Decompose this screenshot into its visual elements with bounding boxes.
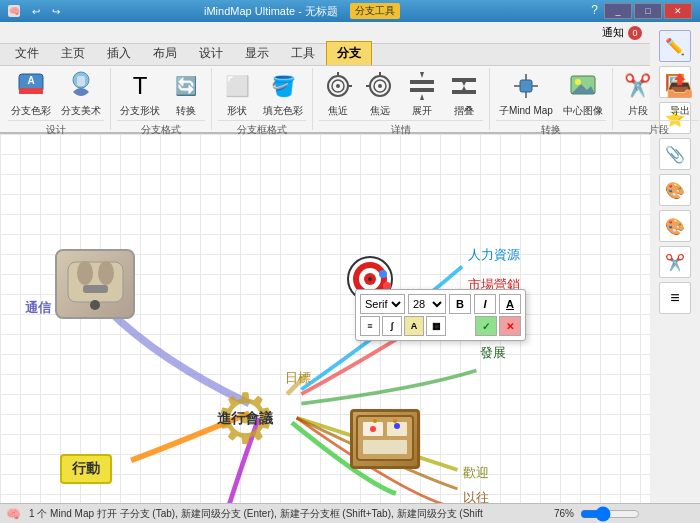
color-pick-btn[interactable]: ▦ (426, 316, 446, 336)
main-canvas-area[interactable]: ⚙ 進行會議 行動 通信 日標 人力資源 市場營銷 發展 (0, 134, 650, 503)
center-image-btn[interactable]: 中心图像 (560, 68, 606, 120)
tab-file[interactable]: 文件 (4, 41, 50, 65)
italic-btn[interactable]: I (474, 294, 496, 314)
undo-btn[interactable]: ↩ (32, 6, 40, 17)
cancel-small-btn[interactable]: ✕ (499, 316, 521, 336)
focus-in-btn[interactable]: 焦近 (319, 68, 357, 120)
tab-branch[interactable]: 分支 (326, 41, 372, 65)
tab-design[interactable]: 设计 (188, 41, 234, 65)
action-node[interactable]: 行動 (60, 454, 112, 484)
center-image-label: 中心图像 (563, 104, 603, 118)
svg-point-12 (378, 84, 382, 88)
bold-btn[interactable]: B (449, 294, 471, 314)
svg-rect-47 (363, 440, 407, 454)
restore-btn[interactable]: □ (634, 3, 662, 19)
svg-point-32 (77, 261, 93, 285)
svg-rect-20 (452, 90, 476, 94)
branch-format-items: T 分支形状 🔄 转换 (117, 68, 205, 120)
right-cut-btn[interactable]: ✂️ (659, 246, 691, 278)
branch-art-label: 分支美术 (61, 104, 101, 118)
expand-label: 展开 (412, 104, 432, 118)
branch-color-btn[interactable]: A 分支色彩 (8, 68, 54, 120)
help-btn[interactable]: ? (587, 3, 602, 19)
fill-btn[interactable]: A (404, 316, 424, 336)
export-btn[interactable]: 📤 导出 (661, 68, 699, 120)
branch-通信[interactable]: 通信 (25, 299, 51, 317)
svg-rect-23 (520, 80, 532, 92)
svg-rect-34 (83, 285, 108, 293)
svg-rect-4 (77, 76, 85, 86)
branch-發展[interactable]: 發展 (480, 344, 506, 362)
right-lines-btn[interactable]: ≡ (659, 282, 691, 314)
tab-insert[interactable]: 插入 (96, 41, 142, 65)
right-color-b-btn[interactable]: 🎨 (659, 210, 691, 242)
curve-btn[interactable]: ∫ (382, 316, 402, 336)
svg-rect-31 (68, 262, 123, 302)
redo-btn[interactable]: ↪ (52, 6, 60, 17)
notification-count: 0 (628, 26, 642, 40)
convert-btn[interactable]: 🔄 转换 (167, 68, 205, 120)
expand-btn[interactable]: 展开 (403, 68, 441, 120)
shape-btn[interactable]: ⬜ 形状 (218, 68, 256, 120)
tab-display[interactable]: 显示 (234, 41, 280, 65)
notification-label: 通知 (602, 25, 624, 40)
collapse-btn[interactable]: 摺叠 (445, 68, 483, 120)
right-link-btn[interactable]: 📎 (659, 138, 691, 170)
font-size-select[interactable]: 28 (408, 294, 446, 314)
confirm-btn[interactable]: ✓ (475, 316, 497, 336)
title-bar: 🧠 ↩ ↪ iMindMap Ultimate - 无标题 分支工具 ? _ □… (0, 0, 700, 22)
frame-format-items: ⬜ 形状 🪣 填充色彩 (218, 68, 306, 120)
collapse-icon (448, 70, 480, 102)
mindmap-canvas[interactable]: ⚙ 進行會議 行動 通信 日標 人力資源 市場營銷 發展 (0, 134, 650, 503)
status-right: 76% (554, 508, 640, 520)
app-icon: 🧠 (8, 5, 20, 17)
shape-icon: ⬜ (221, 70, 253, 102)
status-text: 1 个 Mind Map 打开 子分支 (Tab), 新建同级分支 (Enter… (29, 507, 483, 521)
branch-art-btn[interactable]: 分支美术 (58, 68, 104, 120)
frame-format-group-label: 分支框格式 (218, 120, 306, 139)
action-text: 行動 (72, 460, 100, 476)
underline-btn[interactable]: A (499, 294, 521, 314)
fragment-btn[interactable]: ✂️ 片段 (619, 68, 657, 120)
window-controls: ? _ □ ✕ (587, 3, 692, 19)
branch-人力資源[interactable]: 人力資源 (468, 246, 520, 264)
branch-color-icon: A (15, 70, 47, 102)
branch-shape-btn[interactable]: T 分支形状 (117, 68, 163, 120)
align-left-btn[interactable]: ≡ (360, 316, 380, 336)
tab-tools[interactable]: 工具 (280, 41, 326, 65)
close-btn[interactable]: ✕ (664, 3, 692, 19)
collapse-label: 摺叠 (454, 104, 474, 118)
fragment-label: 片段 (628, 104, 648, 118)
minimize-btn[interactable]: _ (604, 3, 632, 19)
svg-point-35 (90, 300, 100, 310)
branch-歡迎[interactable]: 歡迎 (463, 464, 489, 482)
right-color-a-btn[interactable]: 🎨 (659, 174, 691, 206)
fragment-items: ✂️ 片段 📤 导出 (619, 68, 699, 120)
fill-color-btn[interactable]: 🪣 填充色彩 (260, 68, 306, 120)
svg-rect-16 (410, 88, 434, 92)
svg-point-7 (336, 84, 340, 88)
branch-shape-icon: T (124, 70, 156, 102)
branch-以往[interactable]: 以往 (463, 489, 489, 503)
font-name-select[interactable]: Serif (360, 294, 405, 314)
center-node-text: 進行會議 (217, 410, 273, 428)
center-node[interactable]: ⚙ 進行會議 (190, 379, 300, 459)
ribbon-group-frame-format: ⬜ 形状 🪣 填充色彩 分支框格式 (212, 68, 313, 130)
focus-out-btn[interactable]: 焦远 (361, 68, 399, 120)
mindmap-icon-small: 🧠 (6, 507, 21, 521)
title-text: iMindMap Ultimate - 无标题 (204, 4, 338, 19)
ribbon-group-fragments: ✂️ 片段 📤 导出 片段 (613, 68, 700, 130)
phone-image (55, 249, 135, 319)
ribbon-toolbar: A 分支色彩 分支美术 设计 T (0, 66, 650, 134)
right-edit-btn[interactable]: ✏️ (659, 30, 691, 62)
svg-marker-22 (462, 86, 466, 90)
floating-toolbar: Serif 28 B I A ≡ ∫ A ▦ ✓ ✕ (355, 289, 526, 341)
tab-layout[interactable]: 布局 (142, 41, 188, 65)
tab-home[interactable]: 主页 (50, 41, 96, 65)
svg-point-51 (394, 423, 400, 429)
branch-color-label: 分支色彩 (11, 104, 51, 118)
svg-point-33 (98, 261, 114, 285)
shape-label: 形状 (227, 104, 247, 118)
sub-mindmap-btn[interactable]: 子Mind Map (496, 68, 556, 120)
zoom-slider[interactable] (580, 508, 640, 520)
